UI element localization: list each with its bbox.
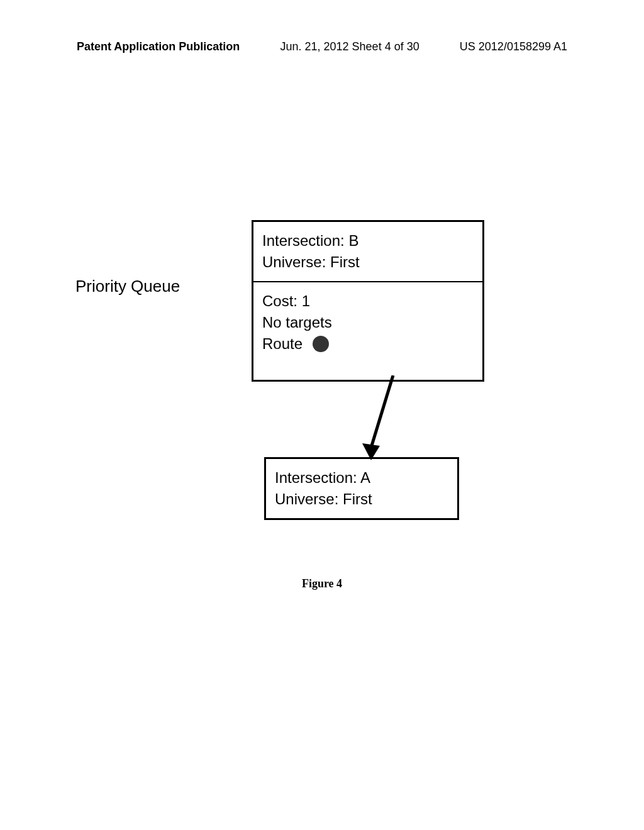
- box-b-targets: No targets: [262, 314, 474, 331]
- box-a-universe: Universe: First: [275, 490, 448, 508]
- box-b-intersection: Intersection: B: [262, 232, 474, 250]
- svg-line-0: [371, 375, 393, 448]
- header-left: Patent Application Publication: [77, 40, 240, 53]
- box-a: Intersection: A Universe: First: [264, 457, 459, 520]
- page: Patent Application Publication Jun. 21, …: [0, 0, 644, 830]
- header-center: Jun. 21, 2012 Sheet 4 of 30: [280, 40, 419, 53]
- priority-queue-label: Priority Queue: [75, 277, 180, 296]
- box-b-bottom: Cost: 1 No targets Route: [252, 281, 484, 382]
- box-b-route-line: Route: [262, 335, 474, 353]
- figure-caption: Figure 4: [0, 577, 644, 590]
- figure-content: Priority Queue Intersection: B Universe:…: [0, 201, 644, 830]
- svg-marker-1: [362, 443, 380, 460]
- route-dot-icon: [313, 336, 329, 352]
- diagram: Intersection: B Universe: First Cost: 1 …: [252, 220, 484, 520]
- box-a-intersection: Intersection: A: [275, 469, 448, 487]
- page-header: Patent Application Publication Jun. 21, …: [0, 40, 644, 53]
- box-b-universe: Universe: First: [262, 253, 474, 271]
- arrow-wrap: [252, 382, 484, 457]
- box-b-route-label: Route: [262, 335, 303, 353]
- header-right: US 2012/0158299 A1: [460, 40, 567, 53]
- header-inner: Patent Application Publication Jun. 21, …: [77, 40, 567, 53]
- arrow-down-icon: [340, 375, 415, 463]
- box-b-cost: Cost: 1: [262, 292, 474, 310]
- box-b-top: Intersection: B Universe: First: [252, 220, 484, 281]
